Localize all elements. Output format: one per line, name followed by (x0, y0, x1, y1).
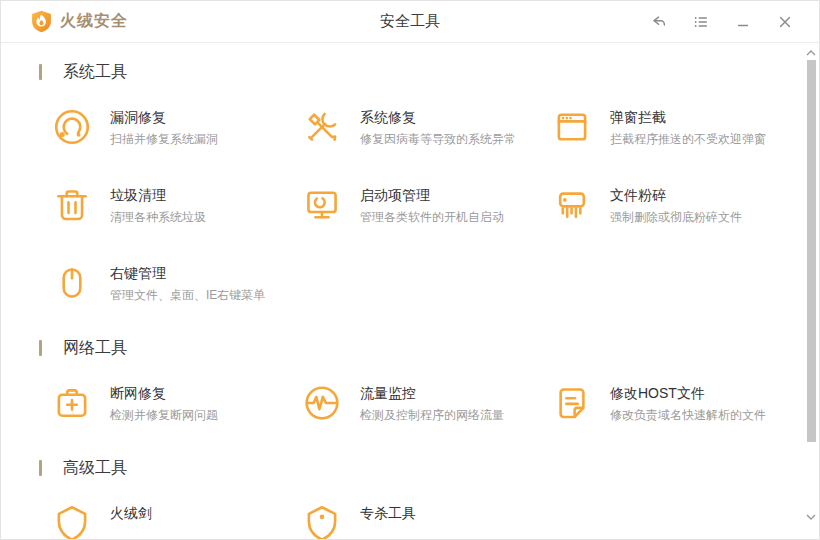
system-tools-grid: 漏洞修复 扫描并修复系统漏洞 系统修复 修复因病毒等导致的系统异常 (51, 106, 795, 304)
tool-network-repair[interactable]: 断网修复 检测并修复断网问题 (51, 382, 301, 424)
tool-title: 专杀工具 (360, 503, 416, 523)
lifebuoy-scan-icon (51, 106, 93, 148)
tool-title: 弹窗拦截 (610, 107, 766, 127)
tool-title: 漏洞修复 (110, 107, 218, 127)
tool-title: 火绒剑 (110, 503, 152, 523)
tool-title: 垃圾清理 (110, 185, 206, 205)
tool-special-killer[interactable]: 专杀工具 (301, 502, 551, 540)
tool-title: 启动项管理 (360, 185, 504, 205)
close-icon (777, 14, 793, 30)
app-window: 火绒安全 安全工具 (0, 0, 820, 540)
tool-popup-blocker[interactable]: 弹窗拦截 拦截程序推送的不受欢迎弹窗 (551, 106, 795, 148)
menu-list-icon (693, 14, 709, 30)
section-label: 高级工具 (63, 458, 127, 479)
tool-desc: 检测并修复断网问题 (110, 407, 218, 424)
scrollbar-thumb[interactable] (807, 60, 816, 442)
section-label: 网络工具 (63, 338, 127, 359)
titlebar: 火绒安全 安全工具 (1, 1, 819, 43)
scroll-up-button[interactable] (803, 46, 819, 60)
app-logo: 火绒安全 (31, 10, 128, 33)
back-arrow-icon (651, 14, 667, 30)
tool-huorong-sword[interactable]: 火绒剑 (51, 502, 301, 540)
wrench-screwdriver-icon (301, 106, 343, 148)
tool-desc: 检测及控制程序的网络流量 (360, 407, 504, 424)
tools-page: 系统工具 漏洞修复 扫描并修复系统漏洞 (1, 43, 819, 540)
scroll-down-button[interactable] (803, 510, 819, 524)
tool-file-shredder[interactable]: 文件粉碎 强制删除或彻底粉碎文件 (551, 184, 795, 226)
section-label: 系统工具 (63, 62, 127, 83)
scrollbar (803, 44, 819, 540)
tool-host-file-editor[interactable]: 修改HOST文件 修改负责域名快速解析的文件 (551, 382, 795, 424)
tool-startup-manager[interactable]: 启动项管理 管理各类软件的开机自启动 (301, 184, 551, 226)
tool-desc: 修复因病毒等导致的系统异常 (360, 131, 516, 148)
tool-desc: 修改负责域名快速解析的文件 (610, 407, 766, 424)
tool-title: 断网修复 (110, 383, 218, 403)
document-edit-icon (551, 382, 593, 424)
pulse-circle-icon (301, 382, 343, 424)
tool-desc: 管理文件、桌面、IE右键菜单 (110, 287, 265, 304)
tool-desc: 扫描并修复系统漏洞 (110, 131, 218, 148)
back-button[interactable] (649, 12, 669, 32)
tool-junk-cleanup[interactable]: 垃圾清理 清理各种系统垃圾 (51, 184, 301, 226)
network-tools-grid: 断网修复 检测并修复断网问题 流量监控 检测及控制程序的网络流量 (51, 382, 795, 424)
minimize-button[interactable] (733, 12, 753, 32)
chevron-down-icon (806, 513, 816, 521)
close-button[interactable] (775, 12, 795, 32)
section-header-system-tools: 系统工具 (39, 61, 795, 83)
tool-title: 文件粉碎 (610, 185, 742, 205)
brand-shield-flame-icon (31, 10, 52, 33)
app-name: 火绒安全 (60, 11, 128, 32)
tool-desc: 管理各类软件的开机自启动 (360, 209, 504, 226)
section-header-network-tools: 网络工具 (39, 337, 795, 359)
section-accent-bar (39, 64, 42, 80)
tool-desc: 强制删除或彻底粉碎文件 (610, 209, 742, 226)
tool-context-menu-manager[interactable]: 右键管理 管理文件、桌面、IE右键菜单 (51, 262, 301, 304)
medkit-icon (51, 382, 93, 424)
mouse-icon (51, 262, 93, 304)
tool-title: 右键管理 (110, 263, 265, 283)
tool-traffic-monitor[interactable]: 流量监控 检测及控制程序的网络流量 (301, 382, 551, 424)
popup-window-icon (551, 106, 593, 148)
tool-desc: 拦截程序推送的不受欢迎弹窗 (610, 131, 766, 148)
trash-icon (51, 184, 93, 226)
tool-system-repair[interactable]: 系统修复 修复因病毒等导致的系统异常 (301, 106, 551, 148)
section-accent-bar (39, 460, 42, 476)
section-header-advanced-tools: 高级工具 (39, 457, 795, 479)
monitor-power-icon (301, 184, 343, 226)
shield-dot-icon (301, 502, 343, 540)
tool-title: 修改HOST文件 (610, 383, 766, 403)
minimize-icon (735, 14, 751, 30)
tool-vulnerability-repair[interactable]: 漏洞修复 扫描并修复系统漏洞 (51, 106, 301, 148)
shredder-icon (551, 184, 593, 226)
shield-icon (51, 502, 93, 540)
chevron-up-icon (806, 49, 816, 57)
window-controls (649, 12, 795, 32)
tool-title: 流量监控 (360, 383, 504, 403)
section-accent-bar (39, 340, 42, 356)
tool-title: 系统修复 (360, 107, 516, 127)
tool-desc: 清理各种系统垃圾 (110, 209, 206, 226)
menu-button[interactable] (691, 12, 711, 32)
advanced-tools-grid: 火绒剑 专杀工具 (51, 502, 795, 540)
